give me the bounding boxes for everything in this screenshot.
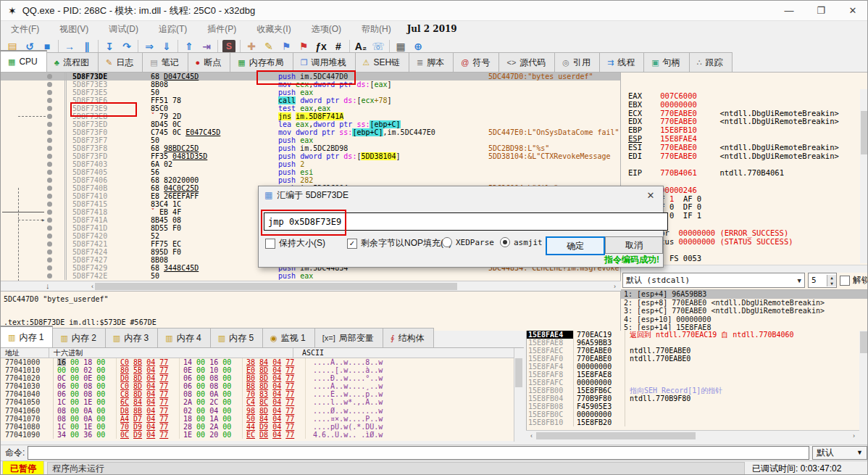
breakpoint-dot-icon[interactable] [47,130,52,135]
disasm-row[interactable]: 5D8F73F750push eax [1,136,620,144]
breakpoint-dot-icon[interactable] [47,138,52,143]
tab-监视 1[interactable]: ◉监视 1 [262,328,315,347]
tab-句柄[interactable]: ▣句柄 [643,52,689,72]
dump-row[interactable]: 7704103006 00 08 00C0 8D 04 7706 00 08 0… [1,382,524,390]
breakpoint-dot-icon[interactable] [47,98,52,103]
stack-hscrollbar[interactable]: ‹ › [526,430,859,440]
breakpoint-dot-icon[interactable] [47,241,52,247]
stack-row[interactable]: 15E8FB0C00000000 [527,410,859,418]
stack-row[interactable]: 15E8FAE4770EAC19返回到 ntdll.770EAC19 自 ntd… [527,331,859,339]
xedparse-radio[interactable] [442,237,452,247]
tab-内存 3[interactable]: ▥内存 3 [105,328,158,347]
tab-SEH链[interactable]: ⚠SEH链 [355,52,410,72]
tab-调用堆栈[interactable]: ❐调用堆栈 [293,52,356,72]
breakpoint-dot-icon[interactable] [47,146,52,151]
tab-内存布局[interactable]: ▦内存布局 [230,52,293,72]
tab-符号[interactable]: @符号 [453,52,499,72]
dump-row[interactable]: 7704104006 00 08 00C8 8D 04 7708 00 0A 0… [1,390,524,398]
stack-scroll-right[interactable]: › [849,431,859,440]
tab-内存 2[interactable]: ▥内存 2 [52,328,105,347]
tab-引用[interactable]: ◎引用 [554,52,600,72]
tab-结构体[interactable]: ∮结构体 [383,328,434,347]
minimize-button[interactable]: — [773,1,805,20]
asmjit-radio[interactable] [500,237,510,247]
disasm-row[interactable]: 5D8F740668 82020000push 282 [1,176,620,184]
register-line[interactable]: EAX 007C6000 [628,92,857,101]
tab-日志[interactable]: ✎日志 [98,52,143,72]
breakpoint-dot-icon[interactable] [47,74,52,79]
dump-row[interactable]: 7704109034 00 36 000C D9 04 771E 00 20 0… [1,431,524,439]
command-profile-select[interactable]: 默认▼ [812,446,867,460]
tab-断点[interactable]: ●断点 [188,52,231,72]
breakpoint-dot-icon[interactable] [47,273,52,278]
stack-row[interactable]: 15E8FB08F45905E3 [527,402,859,410]
breakpoint-dot-icon[interactable] [47,154,52,159]
disassembly-hscrollbar[interactable]: ↓ ‹ › [1,281,621,291]
breakpoint-dot-icon[interactable] [47,257,52,263]
breakpoint-dot-icon[interactable] [47,82,52,87]
maximize-button[interactable]: ❐ [805,1,837,20]
stack-row[interactable]: 15E8FB1015E8FB20 [527,418,859,426]
tab-内存 4[interactable]: ▥内存 4 [157,328,210,347]
breakpoint-dot-icon[interactable] [47,234,52,239]
memory-dump-panel[interactable]: 地址 十六进制 ASCII 7704100016 00 18 00C0 8B 0… [1,347,524,441]
stack-scroll-left[interactable]: ‹ [527,431,536,440]
disasm-row[interactable]: 5D8F740556push esi [1,168,620,176]
breakpoint-dot-icon[interactable] [47,265,52,270]
tab-脚本[interactable]: ≣脚本 [409,52,454,72]
fill-nop-checkbox[interactable]: ✓ [347,239,357,249]
dump-row[interactable]: 770410200C 00 0E 00D0 8D 04 7706 00 08 0… [1,374,524,382]
close-button[interactable]: ✕ [837,1,868,20]
menu-item[interactable]: 选项(O) [301,22,351,37]
register-line[interactable] [628,178,857,186]
dialog-close-button[interactable]: ✕ [638,190,663,201]
disasm-row[interactable]: 5D8F73E550push eax [1,88,620,96]
register-line[interactable]: ESP 15E8FAE4 [628,135,857,144]
tab-内存 5[interactable]: ▥内存 5 [210,328,263,347]
argument-row[interactable]: 4: [esp+10] 00000000 [621,315,868,324]
tab-流程图[interactable]: ♣流程图 [46,52,99,72]
dump-row[interactable]: 7704101000 00 02 0080 5B 04 770E 00 10 0… [1,366,524,374]
dump-row[interactable]: 770410801C 00 1E 0070 D9 04 7728 00 2A 0… [1,423,524,431]
stack-row[interactable]: 15E8FAF0770EABE0ntdll.770EABE0 [527,355,859,363]
cancel-button[interactable]: 取消 [605,236,663,254]
register-line[interactable]: EBP 15E8FB10 [628,126,857,135]
disasm-row[interactable]: 5D8F73FDFF35 0481D35Dpush dword ptr ds:[… [1,152,620,160]
register-line[interactable] [628,160,857,169]
stack-row[interactable]: 15E8FAF400000000 [527,363,859,371]
dump-row[interactable]: 7704100016 00 18 00C0 8B 04 7714 00 16 0… [1,358,524,366]
tab-局部变量[interactable]: [x=]局部变量 [314,328,383,347]
menu-item[interactable]: 插件(P) [197,22,246,37]
breakpoint-dot-icon[interactable] [47,170,52,175]
arguments-list[interactable]: 1: [esp+4] 96A59BB32: [esp+8] 770EABE0 <… [621,289,868,332]
tab-线程[interactable]: ⇉线程 [599,52,644,72]
menu-item[interactable]: 帮助(H) [351,22,401,37]
dump-scroll-thumb[interactable] [515,358,522,387]
stack-row[interactable]: 15E8FAEC770EABE0ntdll.770EABE0 [527,347,859,355]
breakpoint-dot-icon[interactable] [47,186,52,191]
stack-row[interactable]: 15E8FAE896A59BB3 [527,339,859,347]
scroll-thumb[interactable] [95,283,457,290]
breakpoint-dot-icon[interactable] [47,106,52,111]
breakpoint-dot-icon[interactable] [47,210,52,215]
register-line[interactable]: EBX 00000000 [628,101,857,110]
breakpoint-dot-icon[interactable] [47,122,52,127]
tab-笔记[interactable]: ▤笔记 [142,52,188,72]
ok-button[interactable]: 确定 [546,236,605,255]
register-line[interactable]: ESI 770EABE0 <ntdll.DbgUiRemoteBreakin> [628,144,857,152]
disasm-row[interactable]: 5D8F73F0C745 0C E047C45Dmov dword ptr ss… [1,128,620,136]
menu-item[interactable]: 视图(V) [49,22,99,37]
breakpoint-dot-icon[interactable] [47,114,52,119]
menu-item[interactable]: 收藏夹(I) [246,22,301,37]
unlock-checkbox[interactable] [840,276,850,286]
argument-row[interactable]: 2: [esp+8] 770EABE0 <ntdll.DbgUiRemoteBr… [621,299,868,307]
dump-row[interactable]: 7704106008 00 0A 00D8 8B 04 7702 00 04 0… [1,407,524,415]
tab-源代码[interactable]: <>源代码 [498,52,555,72]
register-line[interactable]: EIP 770B4061 ntdll.770B4061 [628,169,857,178]
tab-CPU[interactable]: ▦CPU [0,50,47,72]
breakpoint-dot-icon[interactable] [47,249,52,255]
scroll-right-arrow[interactable]: › [610,282,619,291]
command-input[interactable] [28,446,809,460]
dump-row[interactable]: 770410501C 00 1E 006C 84 04 772A 00 2C 0… [1,398,524,406]
disasm-row[interactable]: 5D8F73ED8D45 0Clea eax,dword ptr ss:[ebp… [1,120,620,128]
